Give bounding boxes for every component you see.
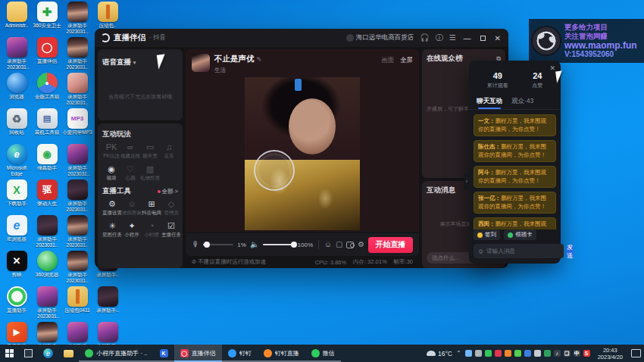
tool-item-小时榜[interactable]: ◔小时榜 xyxy=(142,221,161,239)
speaker-icon[interactable]: 🔈 xyxy=(250,241,259,248)
edit-icon[interactable]: ✎ xyxy=(257,56,262,63)
tool-item-直播设置[interactable]: ⚙直播设置 xyxy=(102,199,122,217)
headset-support-icon[interactable]: 🎧 xyxy=(420,34,429,42)
desktop-icon-全能工具箱[interactable]: ●全能工具箱 xyxy=(32,73,62,108)
play-item-聊天室[interactable]: ▭聊天室 xyxy=(140,142,160,160)
tray-icon[interactable] xyxy=(524,350,531,357)
desktop-icon-直播伴侣[interactable]: ◯直播伴侣 xyxy=(32,37,62,73)
tray-icon[interactable] xyxy=(495,350,502,357)
beauty-icon[interactable]: ☺ xyxy=(324,241,332,248)
chat-chip-领福卡[interactable]: 领福卡 xyxy=(504,229,536,240)
desktop-icon-Microsoft Edge[interactable]: eMicrosoft Edge xyxy=(2,144,32,179)
chat-message-input[interactable] xyxy=(486,248,560,254)
desktop-icon-录屏助手_2023031..[interactable]: 录屏助手_2023031.. xyxy=(2,37,32,73)
tray-expand-chevron-icon[interactable]: ⌃ xyxy=(456,350,461,357)
desktop-icon-录屏助手2023031..[interactable]: 录屏助手2023031.. xyxy=(62,179,92,215)
tool-item-星图任务[interactable]: ✳星图任务 xyxy=(102,221,122,239)
chat-chip-签到[interactable]: 签到 xyxy=(474,229,500,240)
menu-icon[interactable]: ☰ xyxy=(449,34,456,42)
chat-collapse-handle[interactable]: › xyxy=(464,173,470,189)
tray-icon[interactable] xyxy=(485,350,492,357)
desktop-icon-录屏助手2023031..[interactable]: 录屏助手2023031.. xyxy=(62,2,92,37)
chat-tab-观众·43[interactable]: 观众·43 xyxy=(511,97,533,109)
taskbar-clock[interactable]: 20:43 2023/4/20 xyxy=(594,347,627,360)
desktop-icon-剪映[interactable]: ✕剪映 xyxy=(2,251,32,286)
tool-item-小程序[interactable]: ✦小程序 xyxy=(122,221,142,239)
desktop-icon-录屏助手2023031..[interactable]: 录屏助手2023031.. xyxy=(62,215,92,251)
start-live-button[interactable]: 开始直播 xyxy=(368,237,413,253)
desktop-icon-驱动人生[interactable]: 驱驱动人生 xyxy=(32,179,62,215)
settings-gear-icon[interactable]: ⚙ xyxy=(358,241,364,248)
desktop-icon-直播助手[interactable]: 直播助手 xyxy=(2,286,32,322)
play-item-PK玩法[interactable]: PKPK玩法 xyxy=(102,142,120,160)
desktop-icon-压缩包0411[interactable]: 压缩包0411 xyxy=(62,286,92,322)
mic-volume-slider[interactable] xyxy=(203,244,233,245)
task-view-button[interactable] xyxy=(19,345,38,362)
close-button[interactable]: ✕ xyxy=(493,34,502,42)
play-item-礼物投票[interactable]: ▥礼物投票 xyxy=(140,164,160,182)
tray-icon[interactable] xyxy=(534,350,541,357)
emoji-icon[interactable]: ☺ xyxy=(477,248,484,255)
tray-icon[interactable] xyxy=(544,350,551,357)
tool-item-抖音电商[interactable]: ⊞抖音电商 xyxy=(142,199,161,217)
desktop-icon-录屏助手_2023031..[interactable]: 录屏助手_2023031.. xyxy=(32,286,62,322)
maximize-button[interactable] xyxy=(479,34,487,42)
chat-close-icon[interactable]: ✕ xyxy=(549,64,555,72)
desktop-icon-录屏助手_2023031..[interactable]: 录屏助手_2023031.. xyxy=(62,144,92,179)
camera-icon[interactable] xyxy=(346,242,354,248)
desktop-icon-回收站[interactable]: ♻回收站 xyxy=(2,108,32,144)
play-item-音乐[interactable]: ♫音乐 xyxy=(160,142,178,160)
taskbar-app-微信[interactable]: 微信 xyxy=(305,345,341,362)
desktop-icon-装机工具箱[interactable]: ▤装机工具箱 xyxy=(32,108,62,144)
preview-tab-screen[interactable]: 画面 xyxy=(381,56,394,65)
desktop-icon-录屏助手..[interactable]: 录屏助手.. xyxy=(92,286,123,322)
tray-icon[interactable]: ❏ xyxy=(564,350,571,357)
desktop-icon-IE浏览器[interactable]: eIE浏览器 xyxy=(2,215,32,251)
shop-entry[interactable]: 海口远华电商百货店 xyxy=(346,33,414,42)
tray-icon[interactable]: ♪ xyxy=(554,350,561,357)
info-icon[interactable]: ⓘ xyxy=(436,34,443,42)
desktop-icon-360浏览器[interactable]: 360浏览器 xyxy=(32,251,62,286)
desktop-icon-录屏助手2023031..[interactable]: 录屏助手2023031.. xyxy=(62,73,92,108)
play-item-心愿[interactable]: ♡心愿 xyxy=(120,164,140,182)
minimize-button[interactable]: — xyxy=(462,34,473,42)
tool-item-虚拟形象[interactable]: ☺虚拟形象 xyxy=(122,199,142,217)
tray-icon[interactable]: S xyxy=(583,350,590,357)
desktop-icon-360安全卫士[interactable]: ✚360安全卫士 xyxy=(32,2,62,37)
taskbar-app-直播伴侣[interactable]: ◯直播伴侣 xyxy=(174,345,222,362)
chat-tab-聊天互动[interactable]: 聊天互动 xyxy=(477,97,502,109)
send-button[interactable]: 发送 xyxy=(567,245,573,257)
desktop-icon-录屏助手2023031..[interactable]: 录屏助手2023031.. xyxy=(32,215,62,251)
tray-icon[interactable] xyxy=(475,350,482,357)
desktop-icon-绿幕助手[interactable]: ◉绿幕助手 xyxy=(32,144,62,179)
desktop-icon-下载助手[interactable]: X下载助手 xyxy=(2,179,32,215)
taskbar-edge-button[interactable]: e xyxy=(38,345,58,362)
action-center-icon[interactable] xyxy=(631,349,641,357)
tray-icon[interactable] xyxy=(465,350,472,357)
tool-item-管理员[interactable]: ◇管理员 xyxy=(161,199,181,217)
tray-icon[interactable] xyxy=(514,350,521,357)
preview-tab-fullscreen[interactable]: 全屏 xyxy=(400,56,413,65)
mode-selector[interactable]: 语音直播 ▾ xyxy=(102,58,136,66)
mic-icon[interactable]: 🎙 xyxy=(192,241,199,248)
tool-item-主播任务[interactable]: ☑主播任务 xyxy=(161,221,181,239)
file-explorer-button[interactable] xyxy=(58,345,79,362)
layout-icon[interactable]: ▢ xyxy=(336,241,342,248)
taskbar-app-小程序直播助手 · ..[interactable]: 小程序直播助手 · .. xyxy=(79,345,154,362)
desktop-icon-小爱同学MP3[interactable]: MP3小爱同学MP3 xyxy=(62,108,92,144)
taskbar-app-钉钉直播[interactable]: 钉钉直播 xyxy=(258,345,305,362)
desktop-icon-录屏助手2023031..[interactable]: 录屏助手2023031.. xyxy=(62,251,92,286)
tray-icon[interactable]: 中 xyxy=(574,350,580,357)
tray-icon[interactable] xyxy=(505,350,511,357)
taskbar-app-钉钉[interactable]: 钉钉 xyxy=(222,345,258,362)
desktop-icon-浏览器[interactable]: 浏览器 xyxy=(2,73,32,108)
speaker-volume-slider[interactable] xyxy=(263,244,293,245)
taskbar-weather[interactable]: 16°C xyxy=(427,350,452,357)
start-button[interactable] xyxy=(0,345,19,362)
play-item-福袋[interactable]: ◉福袋 xyxy=(102,164,120,182)
taskbar-app-K[interactable]: K xyxy=(154,345,174,362)
desktop-icon-Administr..[interactable]: Administr.. xyxy=(2,2,32,37)
tools-all-link[interactable]: 全部 > xyxy=(158,188,178,195)
desktop-icon-录屏助手2023031..[interactable]: 录屏助手2023031.. xyxy=(62,37,92,73)
play-item-视频连线[interactable]: ∞视频连线 xyxy=(120,142,140,160)
